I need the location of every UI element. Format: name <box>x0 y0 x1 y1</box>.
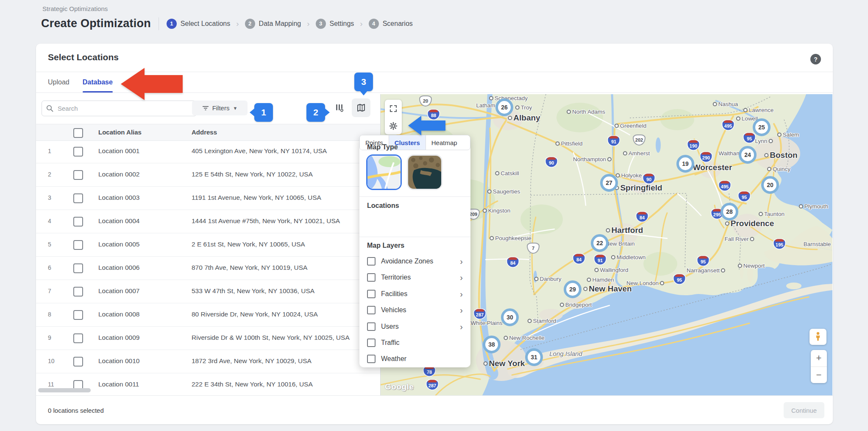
chevron-right-icon[interactable]: › <box>460 257 463 266</box>
breadcrumb-step-data-mapping[interactable]: 2Data Mapping <box>245 19 301 29</box>
row-checkbox[interactable] <box>73 310 83 320</box>
row-checkbox[interactable] <box>73 147 83 157</box>
map-cluster[interactable]: 28 <box>721 203 738 221</box>
breadcrumb-separator: › <box>360 19 362 28</box>
row-checkbox[interactable] <box>73 240 83 250</box>
row-alias: Location 0001 <box>98 147 139 155</box>
pegman-button[interactable] <box>810 329 826 345</box>
breadcrumb-step-select-locations[interactable]: 1Select Locations <box>167 19 230 29</box>
row-number: 2 <box>48 171 51 178</box>
layer-checkbox[interactable] <box>367 273 376 282</box>
chevron-right-icon[interactable]: › <box>460 290 463 298</box>
map-cluster[interactable]: 29 <box>564 280 581 298</box>
layer-checkbox[interactable] <box>367 355 376 363</box>
map-cluster[interactable]: 24 <box>739 146 757 164</box>
map-cluster[interactable]: 31 <box>525 348 543 366</box>
map-layers-title: Map Layers <box>367 242 404 249</box>
table-row: 3Location 00031191 1st Avenue, New York,… <box>36 187 380 210</box>
city-marker <box>594 268 598 272</box>
continue-button[interactable]: Continue <box>784 402 824 418</box>
city-marker <box>713 102 717 106</box>
step-number: 2 <box>245 19 255 29</box>
row-checkbox[interactable] <box>73 357 83 367</box>
city-marker <box>484 361 488 366</box>
step-label: Scenarios <box>383 20 413 28</box>
select-all-checkbox[interactable] <box>73 128 83 138</box>
zoom-out-button[interactable]: − <box>811 367 827 383</box>
map-view-button[interactable] <box>352 98 370 117</box>
map-type-satellite-option[interactable] <box>407 154 442 190</box>
tab-upload[interactable]: Upload <box>48 72 70 92</box>
popover-divider <box>359 196 470 197</box>
layer-checkbox[interactable] <box>367 257 376 266</box>
tab-database[interactable]: Database <box>83 72 113 92</box>
map-settings-button[interactable] <box>386 118 401 134</box>
map-cluster[interactable]: 30 <box>501 308 519 326</box>
row-checkbox[interactable] <box>73 333 83 343</box>
map-cluster[interactable]: 20 <box>761 176 779 194</box>
city-marker <box>490 236 494 240</box>
row-address: 870 7th Ave, New York, NY 10019, USA <box>192 264 307 271</box>
search-input[interactable] <box>57 104 173 112</box>
chevron-right-icon[interactable]: › <box>460 322 463 331</box>
row-number: 9 <box>48 334 51 341</box>
map-cluster[interactable]: 25 <box>753 118 771 136</box>
zoom-in-button[interactable]: + <box>811 350 827 367</box>
filters-label: Filters <box>212 104 230 112</box>
city-marker <box>487 189 492 193</box>
map-city-label: Catskill <box>494 170 519 176</box>
layer-row-weather: Weather <box>367 353 463 365</box>
layer-label: Weather <box>381 355 463 363</box>
city-marker <box>606 228 610 232</box>
city-marker <box>555 141 559 146</box>
chevron-down-icon: ▼ <box>233 106 237 111</box>
map-cluster[interactable]: 19 <box>676 155 694 173</box>
column-settings-button[interactable] <box>332 101 347 115</box>
map-cluster[interactable]: 27 <box>600 174 618 192</box>
table-row: 6Location 0006870 7th Ave, New York, NY … <box>36 257 380 280</box>
map-city-label: Pittsfield <box>554 140 582 147</box>
map[interactable]: SchenectadyLathamTroyAlbanyNorth AdamsGr… <box>380 94 832 395</box>
locations-title: Locations <box>367 202 399 210</box>
chevron-right-icon[interactable]: › <box>460 273 463 282</box>
row-checkbox[interactable] <box>73 217 83 227</box>
layer-label: Facilities <box>381 290 454 298</box>
city-marker <box>534 277 538 281</box>
map-city-label: Hartford <box>605 226 643 235</box>
map-cluster[interactable]: 22 <box>591 234 609 252</box>
layer-row-territories: Territories› <box>367 271 463 284</box>
panel-title: Select Locations <box>48 52 119 62</box>
layer-checkbox[interactable] <box>367 339 376 347</box>
layer-checkbox[interactable] <box>367 322 376 331</box>
row-checkbox[interactable] <box>73 287 83 297</box>
help-icon[interactable]: ? <box>810 54 821 64</box>
segment-heatmap[interactable]: Heatmap <box>426 135 463 150</box>
layer-checkbox[interactable] <box>367 290 376 298</box>
city-marker <box>583 287 587 291</box>
horizontal-scrollbar[interactable] <box>38 388 91 392</box>
pegman-icon <box>815 332 821 342</box>
breadcrumb-step-settings[interactable]: 3Settings <box>316 19 354 29</box>
row-address: Riverside Dr & W 100th St, New York, NY … <box>192 334 350 341</box>
breadcrumb-step-scenarios[interactable]: 4Scenarios <box>369 19 413 29</box>
row-checkbox[interactable] <box>73 193 83 203</box>
city-marker <box>799 204 803 208</box>
map-cluster[interactable]: 26 <box>495 98 513 116</box>
chevron-right-icon[interactable]: › <box>460 306 463 314</box>
search-icon <box>46 105 53 112</box>
filter-icon <box>202 105 209 111</box>
fullscreen-button[interactable] <box>386 101 401 117</box>
map-cluster[interactable]: 38 <box>483 336 501 353</box>
row-number: 4 <box>48 218 51 224</box>
row-alias: Location 0002 <box>98 171 139 178</box>
row-number: 10 <box>48 358 55 364</box>
filters-button[interactable]: Filters ▼ <box>192 101 248 115</box>
annotation-badge-3: 3 <box>354 73 373 91</box>
map-type-roadmap-option[interactable] <box>366 154 402 190</box>
row-checkbox[interactable] <box>73 170 83 180</box>
map-type-title: Map Type <box>367 143 398 151</box>
layer-checkbox[interactable] <box>367 306 376 314</box>
table-row: 7Location 0007533 W 47th St, New York, N… <box>36 280 380 303</box>
row-checkbox[interactable] <box>73 263 83 273</box>
city-marker <box>616 173 620 177</box>
